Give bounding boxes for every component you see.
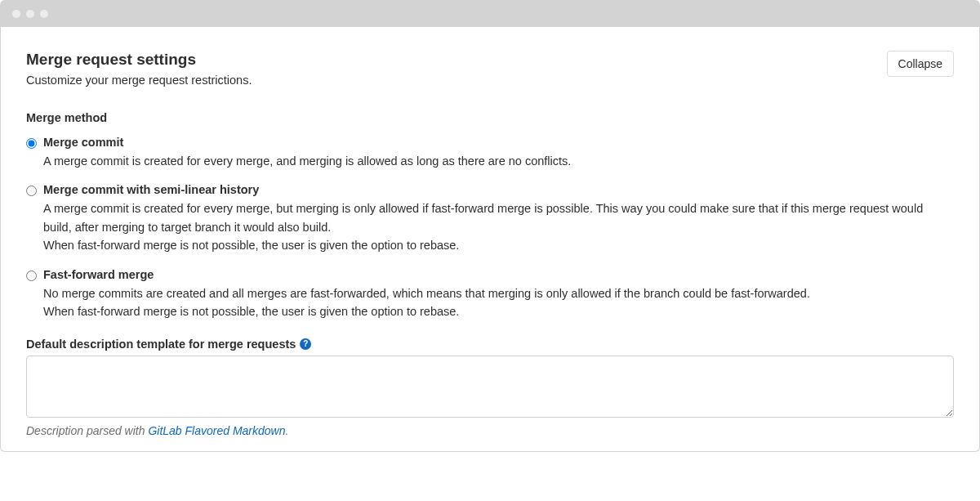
- option-title: Fast-forward merge: [43, 268, 954, 281]
- merge-method-option-merge-commit[interactable]: Merge commit A merge commit is created f…: [26, 136, 954, 170]
- option-desc: No merge commits are created and all mer…: [43, 284, 954, 302]
- option-title: Merge commit with semi-linear history: [43, 183, 954, 196]
- help-icon[interactable]: ?: [300, 338, 311, 350]
- window-dot-icon: [40, 10, 48, 18]
- collapse-button[interactable]: Collapse: [887, 51, 954, 77]
- radio-semi-linear[interactable]: [26, 186, 37, 196]
- window-dot-icon: [12, 10, 20, 18]
- template-note: Description parsed with GitLab Flavored …: [26, 424, 954, 437]
- window-titlebar: [0, 0, 980, 27]
- option-desc: When fast-forward merge is not possible,…: [43, 302, 954, 320]
- radio-merge-commit[interactable]: [26, 138, 37, 149]
- merge-method-option-fast-forward[interactable]: Fast-forward merge No merge commits are …: [26, 268, 954, 321]
- page-subtitle: Customize your merge request restriction…: [26, 74, 252, 87]
- radio-fast-forward[interactable]: [26, 271, 37, 281]
- template-label: Default description template for merge r…: [26, 338, 296, 351]
- merge-method-label: Merge method: [26, 111, 954, 124]
- template-textarea[interactable]: [26, 356, 954, 418]
- option-title: Merge commit: [43, 136, 954, 149]
- option-desc: A merge commit is created for every merg…: [43, 199, 954, 236]
- markdown-link[interactable]: GitLab Flavored Markdown: [148, 424, 285, 437]
- note-suffix: .: [285, 424, 288, 437]
- window-dot-icon: [26, 10, 34, 18]
- page-title: Merge request settings: [26, 51, 252, 69]
- option-desc: When fast-forward merge is not possible,…: [43, 236, 954, 254]
- note-prefix: Description parsed with: [26, 424, 148, 437]
- option-desc: A merge commit is created for every merg…: [43, 152, 954, 170]
- merge-method-option-semi-linear[interactable]: Merge commit with semi-linear history A …: [26, 183, 954, 254]
